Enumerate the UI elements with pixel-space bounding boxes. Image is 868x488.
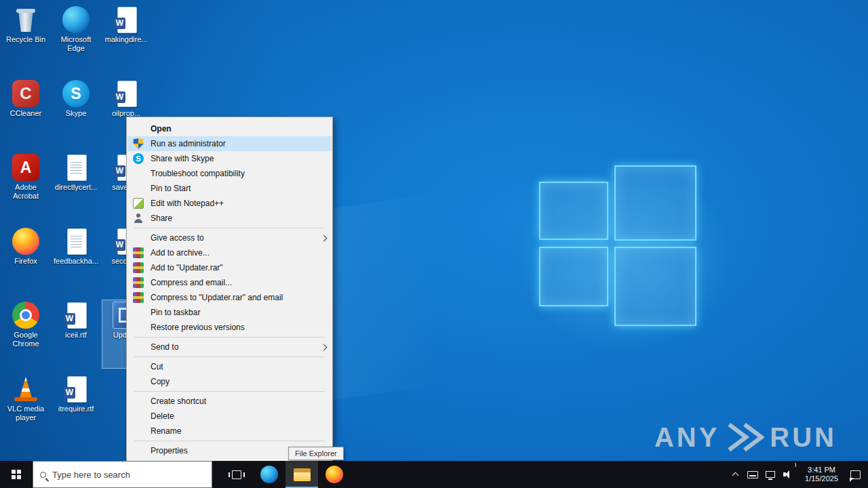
- volume-button[interactable]: [779, 461, 797, 488]
- menu-item-label: Cut: [151, 362, 163, 371]
- hidden-icons-button[interactable]: [726, 461, 744, 488]
- desktop-icon[interactable]: Recycle Bin: [1, 4, 50, 73]
- menu-item-icon: [133, 198, 144, 209]
- context-menu-item[interactable]: Give access to: [127, 230, 332, 245]
- windows-logo-pane: [614, 247, 696, 326]
- desktop-icon-image: [62, 6, 90, 33]
- menu-item-label: Properties: [151, 446, 188, 455]
- desktop-icon[interactable]: directlycert...: [52, 152, 100, 221]
- desktop-icon-label: Firefox: [14, 257, 37, 266]
- desktop-icon[interactable]: iceii.rtf: [52, 300, 100, 369]
- menu-item-icon: [133, 168, 144, 179]
- desktop-icon[interactable]: feedbackha...: [52, 226, 100, 295]
- menu-item-icon: [133, 277, 144, 288]
- menu-item-icon: [133, 183, 144, 194]
- taskbar-firefox-button[interactable]: [318, 461, 351, 488]
- windows-logo-pane: [539, 247, 608, 306]
- desktop-icon[interactable]: makingdire...: [102, 4, 151, 73]
- desktop-icon-label: Recycle Bin: [6, 35, 45, 44]
- context-menu-item[interactable]: Pin to Start: [127, 181, 332, 196]
- desktop-icon-image: [62, 375, 90, 403]
- windows-start-icon: [12, 470, 21, 479]
- desktop-icon[interactable]: CCleaner: [1, 78, 50, 147]
- menu-item-icon: [133, 247, 144, 258]
- menu-item-label: Troubleshoot compatibility: [151, 169, 245, 178]
- submenu-chevron-icon: [321, 344, 328, 350]
- edge-icon: [260, 466, 278, 483]
- action-center-button[interactable]: [846, 461, 864, 488]
- start-button[interactable]: [0, 461, 33, 488]
- desktop-icon-label: itrequire.rtf: [58, 405, 94, 413]
- context-menu-item[interactable]: Run as administrator: [127, 136, 332, 151]
- menu-item-icon: [133, 262, 144, 273]
- taskbar-file-explorer-button[interactable]: [285, 461, 318, 488]
- context-menu-item[interactable]: Troubleshoot compatibility: [127, 166, 332, 181]
- desktop-icon[interactable]: Adobe Acrobat: [1, 152, 50, 221]
- context-menu-item[interactable]: Compress to "Updater.rar" and email: [127, 290, 332, 305]
- menu-item-label: Delete: [151, 411, 174, 421]
- network-icon: [766, 471, 775, 478]
- desktop-icon-label: directlycert...: [55, 183, 97, 192]
- menu-item-label: Copy: [151, 377, 170, 386]
- menu-item-icon: [133, 445, 144, 456]
- menu-item-label: Create shortcut: [151, 396, 206, 406]
- desktop-icon-label: feedbackha...: [54, 257, 98, 266]
- menu-item-icon: [133, 123, 144, 134]
- context-menu-item[interactable]: Add to archive...: [127, 245, 332, 260]
- touch-keyboard-button[interactable]: [744, 461, 762, 488]
- desktop-icon[interactable]: Microsoft Edge: [52, 4, 100, 73]
- desktop-icon[interactable]: Google Chrome: [1, 300, 50, 369]
- clock-date: 1/15/2025: [805, 474, 838, 483]
- watermark-text-any: ANY: [654, 422, 719, 453]
- menu-item-label: Compress and email...: [151, 278, 232, 287]
- search-icon: [40, 472, 46, 478]
- system-tray: 3:41 PM 1/15/2025: [726, 461, 868, 488]
- desktop-icon-image: [12, 6, 39, 33]
- task-view-button[interactable]: [220, 461, 253, 488]
- context-menu-item[interactable]: Compress and email...: [127, 275, 332, 290]
- context-menu-item[interactable]: Share: [127, 211, 332, 226]
- context-menu-item[interactable]: Add to "Updater.rar": [127, 260, 332, 275]
- context-menu-item[interactable]: Cut: [127, 359, 332, 374]
- watermark-text-run: RUN: [770, 422, 837, 453]
- network-button[interactable]: [762, 461, 779, 488]
- menu-item-label: Pin to Start: [151, 184, 191, 193]
- taskbar-search[interactable]: [33, 461, 212, 488]
- menu-item-label: Add to "Updater.rar": [151, 263, 223, 272]
- menu-item-icon: [133, 396, 144, 407]
- taskbar-clock[interactable]: 3:41 PM 1/15/2025: [797, 466, 846, 483]
- context-menu-item[interactable]: Copy: [127, 374, 332, 389]
- menu-item-label: Send to: [151, 342, 178, 352]
- windows-logo-pane: [539, 182, 608, 240]
- context-menu-item[interactable]: Delete: [127, 409, 332, 424]
- taskbar: 3:41 PM 1/15/2025: [0, 461, 868, 488]
- task-view-icon: [232, 470, 241, 479]
- menu-item-label: Give access to: [151, 233, 204, 243]
- context-menu-item[interactable]: Send to: [127, 340, 332, 354]
- taskbar-edge-button[interactable]: [253, 461, 285, 488]
- menu-item-icon: [133, 292, 144, 303]
- menu-item-label: Share: [151, 214, 172, 223]
- menu-item-label: Open: [151, 124, 172, 134]
- context-menu-item[interactable]: Edit with Notepad++: [127, 196, 332, 211]
- context-menu-item[interactable]: Rename: [127, 424, 332, 439]
- search-input[interactable]: [52, 470, 195, 480]
- context-menu-item[interactable]: Open: [127, 121, 332, 136]
- taskbar-tooltip: File Explorer: [288, 447, 344, 460]
- context-menu-item[interactable]: Create shortcut: [127, 394, 332, 409]
- action-center-icon: [850, 470, 861, 479]
- menu-item-icon: [133, 153, 144, 164]
- desktop-icon-label: VLC media player: [2, 405, 50, 422]
- context-menu-item[interactable]: Pin to taskbar: [127, 305, 332, 320]
- desktop-icon-image: [62, 80, 90, 107]
- menu-item-label: Share with Skype: [151, 154, 214, 163]
- desktop-icon[interactable]: VLC media player: [1, 373, 50, 443]
- context-menu-item[interactable]: Share with Skype: [127, 151, 332, 166]
- context-menu-item[interactable]: Restore previous versions: [127, 320, 332, 335]
- menu-item-icon: [133, 342, 144, 352]
- desktop-icon[interactable]: Skype: [52, 78, 100, 147]
- desktop-icon[interactable]: itrequire.rtf: [52, 373, 100, 443]
- menu-item-icon: [133, 232, 144, 243]
- desktop-icon[interactable]: Firefox: [1, 226, 50, 295]
- menu-item-label: Compress to "Updater.rar" and email: [151, 293, 283, 302]
